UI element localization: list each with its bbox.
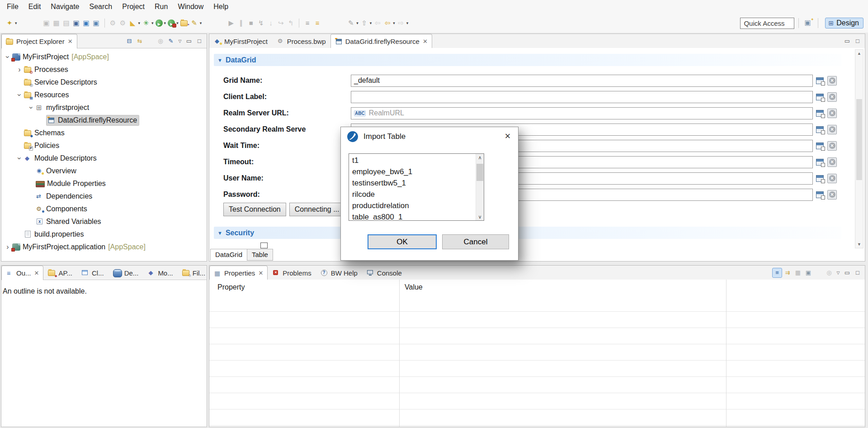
expander-icon[interactable] xyxy=(16,142,23,150)
properties-table-body[interactable] xyxy=(209,295,865,427)
expander-icon[interactable] xyxy=(28,192,35,200)
trace-icon[interactable]: ≡ xyxy=(312,17,322,29)
table-mode-icon[interactable]: ▦ xyxy=(793,268,803,278)
field-input[interactable]: _default xyxy=(351,75,813,87)
highlight-icon[interactable]: ✎ xyxy=(166,36,176,46)
menu-item[interactable]: Run xyxy=(150,0,173,13)
tree-item[interactable]: Overview xyxy=(1,165,207,177)
expander-icon[interactable] xyxy=(16,91,23,99)
dropdown-arrow-icon[interactable]: ▾ xyxy=(15,21,17,25)
table-list-item[interactable]: rilcode xyxy=(349,189,476,200)
filter-icon[interactable]: ◎ xyxy=(824,268,834,278)
tree-item[interactable]: Module Descriptors xyxy=(1,152,207,165)
reset-field-icon[interactable] xyxy=(827,125,837,134)
menu-item[interactable]: Window xyxy=(173,0,208,13)
view-tab[interactable]: AP... xyxy=(43,266,77,280)
section-header-security[interactable]: ▼ Security xyxy=(214,227,841,239)
new-wizard-icon[interactable]: ✦ ▾ xyxy=(5,17,18,29)
expander-icon[interactable] xyxy=(16,230,23,238)
menu-item[interactable]: Project xyxy=(117,0,150,13)
column-divider[interactable] xyxy=(726,280,726,427)
table-list-item[interactable]: t1 xyxy=(349,155,476,166)
clean-gear-icon[interactable]: ⚙ xyxy=(108,17,118,29)
editor-scrollbar[interactable]: ▲ ▼ xyxy=(855,49,863,248)
tab-project-explorer[interactable]: Project Explorer ✕ xyxy=(1,34,77,48)
column-divider[interactable] xyxy=(399,280,400,427)
scroll-down-icon[interactable]: ▼ xyxy=(855,241,863,248)
reset-field-icon[interactable] xyxy=(827,157,837,167)
table-listbox[interactable]: t1employee_bw6_1testinsertbw5_1rilcodepr… xyxy=(349,153,484,221)
tree-item[interactable]: Components xyxy=(1,203,207,215)
dropdown-arrow-icon[interactable]: ▾ xyxy=(151,21,154,25)
section-header-datagrid[interactable]: ▼ DataGrid xyxy=(214,54,841,66)
view-tab[interactable]: Mo... xyxy=(143,266,177,280)
back-disabled-icon[interactable]: ⇦ xyxy=(373,17,382,29)
editor-tab[interactable]: MyFirstProject xyxy=(209,34,272,48)
view-menu-icon[interactable]: ▽ xyxy=(176,36,184,46)
dropdown-arrow-icon[interactable]: ▾ xyxy=(393,21,395,25)
tree-item[interactable]: Module Properties xyxy=(1,177,207,190)
reset-field-icon[interactable] xyxy=(827,109,837,118)
deploy-module-icon[interactable]: ▣ xyxy=(81,17,91,29)
tree-item[interactable]: MyFirstProject [AppSpace] xyxy=(1,51,207,63)
scrollbar-thumb[interactable] xyxy=(856,99,862,180)
designer-icon[interactable]: ◣ ▾ xyxy=(128,17,142,29)
tree-item[interactable]: myfirstproject xyxy=(1,101,207,114)
dropdown-arrow-icon[interactable]: ▾ xyxy=(164,21,166,25)
disconnect-icon[interactable]: ↯ xyxy=(256,17,266,29)
table-list-item[interactable]: employee_bw6_1 xyxy=(349,166,476,177)
scroll-up-icon[interactable]: ▲ xyxy=(855,50,863,57)
close-icon[interactable]: ✕ xyxy=(68,38,73,44)
view-tab[interactable]: Properties ✕ xyxy=(209,266,268,280)
show-selected-icon[interactable]: ≡ xyxy=(302,17,312,29)
view-tab[interactable]: BW Help xyxy=(316,266,362,280)
reset-field-icon[interactable] xyxy=(827,92,837,102)
dialog-titlebar[interactable]: Import Table xyxy=(341,127,518,146)
minimize-icon[interactable]: ▭ xyxy=(842,268,852,278)
module-property-picker-icon[interactable] xyxy=(816,191,824,198)
module-gears-icon[interactable]: ▣ xyxy=(91,17,101,29)
expander-icon[interactable] xyxy=(28,205,35,213)
expander-icon[interactable] xyxy=(39,116,47,124)
dropdown-arrow-icon[interactable]: ▾ xyxy=(138,21,141,25)
close-icon[interactable]: ✕ xyxy=(258,270,263,276)
menu-item[interactable]: Help xyxy=(208,0,233,13)
module-property-picker-icon[interactable] xyxy=(816,126,824,133)
editor-page-tab[interactable]: Table xyxy=(247,249,273,261)
back-icon[interactable]: ⇦ ▾ xyxy=(382,17,396,29)
table-list-item[interactable]: table_as800_1 xyxy=(349,211,476,221)
tree-item[interactable]: Shared Variables xyxy=(1,215,207,228)
tree-mode-icon[interactable]: ≡ xyxy=(772,268,782,278)
pin-icon[interactable]: ▣ xyxy=(803,268,813,278)
run-icon[interactable]: ▾ xyxy=(155,17,167,29)
view-tab[interactable]: Console xyxy=(362,266,406,280)
listbox-scrollbar[interactable]: ∧ ∨ xyxy=(476,154,484,220)
expander-icon[interactable] xyxy=(4,53,11,61)
open-folder-icon[interactable] xyxy=(179,17,189,29)
link-with-editor-icon[interactable]: ⇆ xyxy=(135,36,145,46)
tree-item[interactable]: build.properties xyxy=(1,228,207,241)
resume-icon[interactable]: ▶ xyxy=(226,17,236,29)
forward-icon[interactable]: ⇨ ▾ xyxy=(396,17,410,29)
module-property-picker-icon[interactable] xyxy=(816,143,824,149)
build-module-icon[interactable]: ▣ xyxy=(71,17,81,29)
save-all-icon[interactable]: ▦ xyxy=(52,17,61,29)
expander-icon[interactable] xyxy=(16,78,23,86)
module-property-picker-icon[interactable] xyxy=(816,159,824,166)
open-perspective-icon[interactable] xyxy=(803,18,814,28)
menu-item[interactable]: File xyxy=(2,0,24,13)
expander-icon[interactable] xyxy=(16,129,23,137)
view-tab[interactable]: Ou... ✕ xyxy=(1,266,43,280)
maximize-icon[interactable]: □ xyxy=(853,36,863,46)
last-edit-icon[interactable]: ✎ ▾ xyxy=(346,17,359,29)
module-property-picker-icon[interactable] xyxy=(816,175,824,182)
save-icon[interactable]: ▣ xyxy=(42,17,52,29)
reset-field-icon[interactable] xyxy=(827,76,837,86)
field-input[interactable] xyxy=(351,91,813,103)
maximize-icon[interactable]: □ xyxy=(194,36,204,46)
minimize-icon[interactable]: ▭ xyxy=(842,36,852,46)
profile-icon[interactable]: ▾ xyxy=(167,17,179,29)
sort-icon[interactable]: ⇉ xyxy=(783,268,793,278)
view-tab[interactable]: Cl... xyxy=(77,266,108,280)
scroll-up-icon[interactable]: ∧ xyxy=(476,154,484,161)
